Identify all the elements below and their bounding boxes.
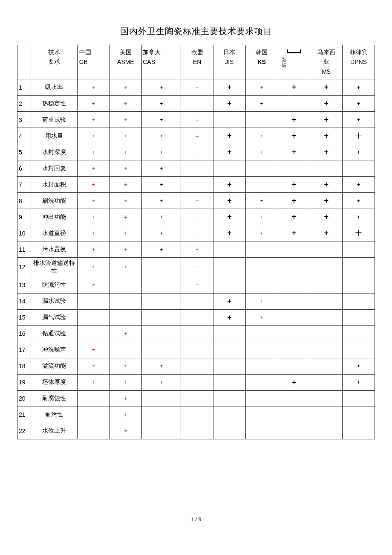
table-row: 18溢流功能++++ bbox=[17, 358, 375, 374]
cell-us: + bbox=[110, 193, 142, 209]
cell-eu bbox=[181, 374, 213, 390]
cell-eu bbox=[181, 342, 213, 358]
page-title: 国内外卫生陶瓷标准主要技术要求项目 bbox=[17, 26, 375, 37]
cell-jp: + bbox=[213, 96, 246, 112]
requirement-name: 钻通试验 bbox=[31, 325, 77, 342]
cell-eu bbox=[181, 309, 213, 325]
table-row: 1吸水率+++++++++ bbox=[17, 79, 375, 96]
page-footer: 1 / 9 bbox=[17, 516, 375, 523]
cell-sg bbox=[278, 325, 310, 342]
cell-jp: + bbox=[213, 144, 246, 160]
cell-ph: + bbox=[343, 177, 375, 193]
cell-eu: + bbox=[181, 193, 213, 209]
cell-jp: + bbox=[213, 309, 246, 325]
table-row: 16钻通试验+ bbox=[17, 325, 375, 342]
cell-cn bbox=[77, 309, 110, 325]
table-row: 9冲出功能+++++++++ bbox=[17, 209, 375, 225]
cell-sg: + bbox=[278, 209, 310, 225]
cell-kr: + bbox=[245, 79, 278, 96]
cell-cn: + bbox=[77, 342, 110, 358]
cell-ca: + bbox=[142, 128, 181, 144]
cell-us: + bbox=[110, 390, 142, 407]
row-index: 21 bbox=[17, 407, 31, 423]
cell-cn: + bbox=[77, 358, 110, 374]
cell-sg bbox=[278, 423, 310, 439]
cell-my bbox=[310, 325, 343, 342]
cell-cn: + bbox=[77, 225, 110, 241]
cell-sg: + bbox=[278, 374, 310, 390]
cell-ph: + bbox=[343, 374, 375, 390]
cell-eu: + bbox=[181, 79, 213, 96]
cell-sg bbox=[278, 96, 310, 112]
cell-us: + bbox=[110, 358, 142, 374]
cell-eu: + bbox=[181, 209, 213, 225]
cell-kr bbox=[245, 374, 278, 390]
cell-jp bbox=[213, 390, 246, 407]
cell-kr: + bbox=[245, 96, 278, 112]
cell-us: + bbox=[110, 160, 142, 177]
cell-ph bbox=[343, 258, 375, 277]
cell-ph: + bbox=[343, 193, 375, 209]
header-singapore: 新坡 bbox=[278, 45, 310, 79]
header-malaysia: 马来西 亚 MS bbox=[310, 45, 343, 79]
cell-ph: 十 bbox=[343, 128, 375, 144]
cell-us bbox=[110, 342, 142, 358]
requirement-name: 吸水率 bbox=[31, 79, 77, 96]
cell-jp bbox=[213, 374, 246, 390]
cell-ca: + bbox=[142, 193, 181, 209]
cell-us: + bbox=[110, 374, 142, 390]
cell-cn: + bbox=[77, 144, 110, 160]
cell-ca: + bbox=[142, 177, 181, 193]
header-canada: 加拿大 CAS bbox=[142, 45, 181, 79]
cell-ca: + bbox=[142, 144, 181, 160]
row-index: 6 bbox=[17, 160, 31, 177]
cell-jp: + bbox=[213, 293, 246, 309]
cell-sg: + bbox=[278, 225, 310, 241]
cell-eu: + bbox=[181, 128, 213, 144]
cell-kr: + bbox=[245, 128, 278, 144]
table-row: 13防溅污性++ bbox=[17, 277, 375, 293]
cell-my bbox=[310, 277, 343, 293]
cell-ca: + bbox=[142, 209, 181, 225]
requirement-name: 耐腐蚀性 bbox=[31, 390, 77, 407]
table-row: 6水封回复+++ bbox=[17, 160, 375, 177]
requirement-name: 漏水试验 bbox=[31, 293, 77, 309]
cell-jp bbox=[213, 112, 246, 128]
cell-ca bbox=[142, 277, 181, 293]
cell-my bbox=[310, 358, 343, 374]
requirement-name: 坯体厚度 bbox=[31, 374, 77, 390]
cell-eu bbox=[181, 325, 213, 342]
row-index: 18 bbox=[17, 358, 31, 374]
cell-ph: + bbox=[343, 79, 375, 96]
cell-eu: + bbox=[181, 258, 213, 277]
cell-sg: + bbox=[278, 112, 310, 128]
cell-kr bbox=[245, 241, 278, 258]
cell-cn: + bbox=[77, 241, 110, 258]
cell-ca bbox=[142, 309, 181, 325]
table-header-row: 技术 要求 中国 GB 美国 ASME 加拿大 CAS 欧盟 EN 日本 JIS bbox=[17, 45, 375, 79]
cell-sg bbox=[278, 390, 310, 407]
cell-ph bbox=[343, 293, 375, 309]
cell-my: + bbox=[310, 209, 343, 225]
table-row: 8刷洗功能+++++++++ bbox=[17, 193, 375, 209]
cell-us: + bbox=[110, 79, 142, 96]
row-index: 16 bbox=[17, 325, 31, 342]
cell-cn: + bbox=[77, 374, 110, 390]
cell-jp: + bbox=[213, 209, 246, 225]
row-index: 8 bbox=[17, 193, 31, 209]
cell-jp bbox=[213, 277, 246, 293]
cell-ph bbox=[343, 342, 375, 358]
cell-my bbox=[310, 160, 343, 177]
cell-eu bbox=[181, 293, 213, 309]
cell-jp: + bbox=[213, 177, 246, 193]
cell-kr bbox=[245, 112, 278, 128]
cell-ph bbox=[343, 309, 375, 325]
row-index: 17 bbox=[17, 342, 31, 358]
cell-my: + bbox=[310, 225, 343, 241]
cell-eu: + bbox=[181, 225, 213, 241]
cell-ph bbox=[343, 423, 375, 439]
cell-jp: + bbox=[213, 79, 246, 96]
cell-cn: + bbox=[77, 193, 110, 209]
cell-my bbox=[310, 309, 343, 325]
cell-my: + bbox=[310, 193, 343, 209]
